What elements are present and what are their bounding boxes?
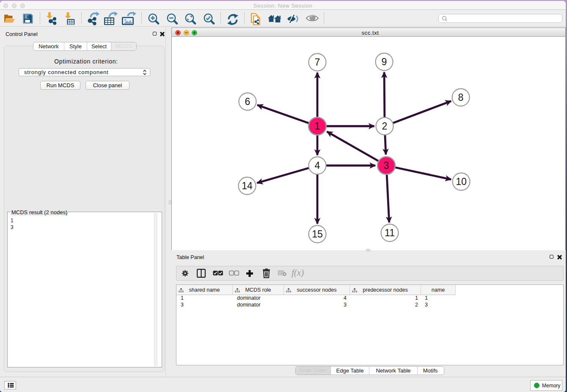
svg-text:9: 9: [382, 56, 387, 67]
svg-text:3: 3: [384, 160, 389, 171]
svg-text:14: 14: [242, 180, 253, 191]
svg-text:1: 1: [315, 121, 320, 132]
svg-text:15: 15: [312, 229, 323, 240]
svg-text:10: 10: [456, 176, 467, 187]
svg-text:8: 8: [458, 92, 464, 103]
svg-text:6: 6: [245, 96, 250, 107]
svg-text:2: 2: [382, 121, 388, 132]
svg-text:11: 11: [385, 227, 395, 238]
svg-text:4: 4: [315, 160, 320, 171]
svg-text:7: 7: [315, 57, 320, 68]
